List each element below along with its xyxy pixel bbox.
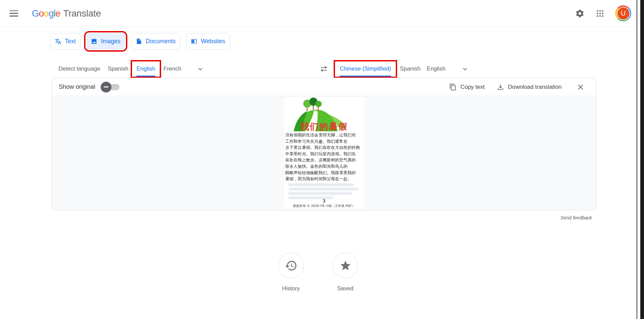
saved-button[interactable]: Saved [332, 252, 358, 292]
google-apps-grid-icon[interactable] [595, 8, 605, 19]
google-logo-text: Google [32, 8, 60, 19]
hamburger-menu-icon[interactable] [9, 10, 18, 17]
saved-label: Saved [337, 285, 353, 292]
doc-body-text: 没有假期的生活会变得无聊，让我们对 工作和学习失去兴趣。我们通常在 乡下度过暑假… [285, 132, 363, 182]
close-icon[interactable] [576, 82, 585, 92]
target-lang-chinese-label: Chinese (Simplified) [340, 65, 391, 77]
doc-title: 我们的暑假 [284, 121, 364, 133]
history-label: History [282, 285, 300, 292]
download-translation-label: Download translation [508, 84, 562, 90]
account-avatar[interactable]: U [615, 5, 631, 21]
tab-text[interactable]: Text [50, 33, 80, 50]
app-logo[interactable]: Google Translate [32, 8, 101, 19]
app-header: Google Translate U [0, 0, 638, 27]
target-language-group: Chinese (Simplified) Spanish English [319, 59, 470, 79]
settings-gear-icon[interactable] [575, 8, 585, 19]
source-language-group: Detect language Spanish English French [58, 59, 205, 79]
avatar-letter: U [617, 7, 630, 20]
translated-image[interactable]: 我们的暑假 没有假期的生活会变得无聊，让我们对 工作和学习失去兴趣。我们通常在 … [284, 97, 364, 209]
tab-documents[interactable]: Documents [131, 33, 181, 50]
source-lang-english-label: English [136, 65, 155, 77]
source-lang-spanish[interactable]: Spanish [108, 65, 128, 72]
panel-toolbar: Show original Copy text Download transla… [52, 78, 596, 96]
product-name: Translate [63, 8, 101, 19]
tab-websites-label: Websites [201, 38, 225, 45]
target-lang-english[interactable]: English [427, 65, 446, 72]
star-icon [339, 260, 352, 272]
send-feedback-link[interactable]: Send feedback [561, 215, 592, 220]
show-original-toggle[interactable] [101, 82, 120, 92]
history-button[interactable]: History [278, 252, 304, 292]
history-icon [285, 259, 298, 272]
scrollbar[interactable] [640, 0, 644, 319]
swap-languages-icon[interactable] [319, 64, 329, 74]
image-translation-panel: Show original Copy text Download transla… [52, 78, 596, 210]
panel-body: 我们的暑假 没有假期的生活会变得无聊，让我们对 工作和学习失去兴趣。我们通常在 … [52, 96, 596, 210]
target-lang-chinese-selected[interactable]: Chinese (Simplified) [334, 60, 397, 78]
website-icon [191, 38, 197, 45]
target-more-languages-chevron-icon[interactable] [460, 64, 470, 74]
window-edge-line [637, 0, 637, 319]
tab-documents-label: Documents [146, 38, 176, 45]
image-icon [91, 38, 97, 45]
tab-images-label: Images [101, 38, 120, 45]
document-icon [136, 38, 142, 45]
doc-copyright: 版权所有 © 2020 FB 小组（工作表 PDF） [284, 204, 364, 208]
copy-text-button[interactable]: Copy text [449, 83, 485, 91]
source-lang-detect[interactable]: Detect language [58, 65, 100, 72]
doc-page-number: 3 [284, 198, 364, 204]
tab-images[interactable]: Images [86, 33, 125, 50]
translate-mode-tabs: Text Images Documents Websites [50, 33, 230, 50]
source-more-languages-chevron-icon[interactable] [196, 64, 205, 74]
tab-websites[interactable]: Websites [186, 33, 230, 50]
download-icon [497, 83, 504, 91]
google-translate-page: Google Translate U Text [0, 0, 644, 319]
shortcuts-row: History Saved [0, 252, 636, 292]
show-original-label: Show original [59, 83, 95, 90]
tab-text-label: Text [65, 38, 76, 45]
source-lang-english-selected[interactable]: English [131, 60, 161, 78]
translate-icon [55, 38, 61, 45]
download-translation-button[interactable]: Download translation [497, 83, 562, 91]
copy-icon [449, 83, 457, 91]
toggle-knob-minus-icon [101, 82, 111, 92]
language-bar: Detect language Spanish English French C… [0, 59, 636, 79]
source-lang-french[interactable]: French [163, 65, 181, 72]
copy-text-label: Copy text [460, 84, 485, 90]
target-lang-spanish[interactable]: Spanish [400, 65, 420, 72]
